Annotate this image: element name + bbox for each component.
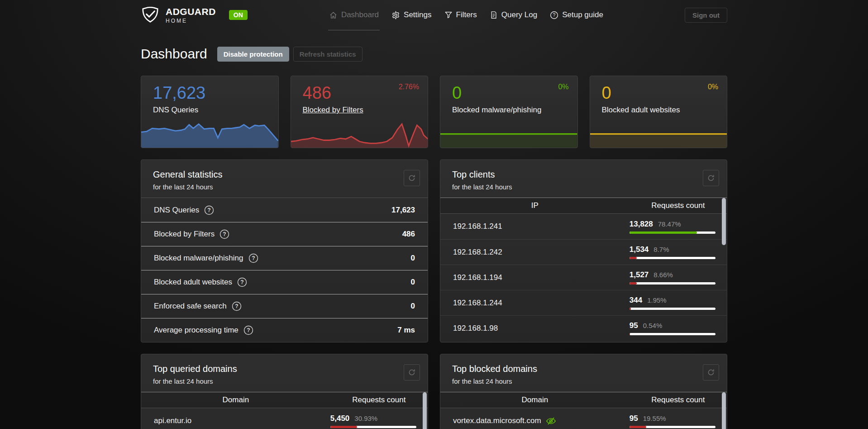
table-row: 192.168.1.1941,5278.66% [440, 265, 727, 290]
help-icon[interactable]: ? [219, 229, 229, 239]
requests-count: 5,450 [330, 414, 350, 423]
protection-status-badge: ON [229, 10, 248, 20]
table-row: 192.168.1.24113,82878.47% [440, 214, 727, 239]
requests-count: 95 [630, 321, 638, 330]
panel-subtitle: for the last 24 hours [452, 377, 715, 385]
nav-item-label: Setup guide [562, 10, 603, 19]
stat-card-blocked-malware-phishing: 0%0Blocked malware/phishing [440, 76, 578, 148]
requests-progress-bar [330, 426, 416, 428]
general-statistics-panel: General statistics for the last 24 hours… [141, 159, 428, 342]
requests-progress-bar [630, 231, 715, 234]
nav-item-setup-guide[interactable]: ?Setup guide [550, 10, 603, 19]
requests-count: 1,527 [630, 270, 649, 280]
scrollbar-thumb[interactable] [722, 198, 726, 245]
svg-text:?: ? [207, 207, 210, 213]
row-main-value: api.entur.io [154, 416, 191, 425]
scrollbar-thumb[interactable] [722, 392, 726, 429]
stat-row-blocked-malware-phishing: Blocked malware/phishing?0 [141, 246, 428, 270]
nav-item-query-log[interactable]: Query Log [490, 10, 537, 19]
help-icon[interactable]: ? [237, 277, 247, 287]
refresh-icon [408, 368, 416, 376]
panel-subtitle: for the last 24 hours [153, 377, 416, 385]
brand-name: ADGUARD [166, 7, 216, 16]
nav-item-label: Query Log [501, 10, 537, 19]
scrollbar-thumb[interactable] [423, 392, 427, 429]
stat-row-label: Blocked by Filters [154, 230, 215, 239]
svg-text:?: ? [252, 255, 255, 261]
row-main-value: 192.168.1.98 [453, 324, 498, 333]
stat-row-value: 0 [411, 254, 415, 263]
svg-text:?: ? [235, 303, 238, 309]
stat-card-label: DNS Queries [153, 106, 278, 115]
sign-out-button[interactable]: Sign out [685, 8, 727, 23]
table-row: 192.168.1.2443441.95% [440, 290, 727, 315]
disable-protection-button[interactable]: Disable protection [217, 47, 289, 62]
stat-row-label: Average processing time [154, 326, 238, 335]
requests-progress-bar [630, 308, 715, 310]
panel-subtitle: for the last 24 hours [452, 183, 715, 191]
requests-percent: 78.47% [658, 220, 681, 228]
requests-percent: 1.95% [647, 296, 667, 304]
page-title: Dashboard [141, 46, 207, 62]
stat-row-value: 486 [402, 230, 415, 239]
row-main-value: 192.168.1.244 [453, 299, 502, 308]
stat-row-value: 17,623 [391, 206, 415, 215]
svg-text:?: ? [223, 231, 226, 237]
requests-percent: 8.66% [653, 271, 673, 279]
adguard-brand: ADGUARD HOME ON [141, 5, 248, 25]
svg-text:?: ? [553, 13, 556, 18]
nav-item-settings[interactable]: Settings [391, 10, 431, 19]
refresh-statistics-button[interactable]: Refresh statistics [293, 47, 362, 62]
page-head: Dashboard Disable protection Refresh sta… [141, 46, 727, 62]
top-queried-domains-panel: Top queried domains for the last 24 hour… [141, 354, 428, 429]
nav-item-dashboard[interactable]: Dashboard [329, 10, 379, 19]
refresh-icon [707, 174, 715, 182]
help-icon[interactable]: ? [204, 205, 214, 215]
refresh-icon-button[interactable] [703, 170, 719, 186]
column-header-domain: Domain [440, 395, 630, 405]
funnel-icon [444, 11, 453, 19]
adguard-shield-logo-icon [141, 5, 160, 25]
refresh-icon-button[interactable] [703, 364, 719, 381]
stat-card-percent: 0% [708, 83, 718, 91]
stat-card-label[interactable]: Blocked by Filters [303, 106, 428, 115]
nav-item-label: Dashboard [341, 10, 379, 19]
stat-row-label: DNS Queries [154, 206, 199, 215]
requests-count: 344 [630, 296, 642, 305]
eye-off-icon[interactable] [546, 416, 556, 426]
brand-subtitle: HOME [166, 18, 216, 24]
stat-row-label: Enforced safe search [154, 302, 227, 311]
app-header: ADGUARD HOME ON DashboardSettingsFilters… [0, 0, 868, 30]
help-icon[interactable]: ? [232, 301, 242, 311]
nav-item-filters[interactable]: Filters [444, 10, 477, 19]
sparkline-chart [590, 123, 727, 148]
column-header-requests-count: Requests count [630, 395, 727, 405]
stat-card-blocked-adult-websites: 0%0Blocked adult websites [590, 76, 728, 148]
requests-percent: 0.54% [643, 322, 663, 329]
sparkline-chart [440, 123, 577, 148]
table-header: Domain Requests count [440, 392, 727, 408]
requests-count: 95 [630, 414, 638, 423]
table-header: Domain Requests count [141, 392, 428, 408]
main-nav: DashboardSettingsFiltersQuery Log?Setup … [329, 10, 603, 19]
row-main-value: 192.168.1.241 [453, 222, 502, 231]
dashboard-page: Dashboard Disable protection Refresh sta… [141, 46, 727, 429]
requests-progress-bar [630, 426, 715, 428]
stat-card-percent: 2.76% [399, 83, 419, 91]
stat-row-blocked-adult-websites: Blocked adult websites?0 [141, 270, 428, 294]
svg-text:?: ? [247, 327, 250, 333]
panel-title: Top clients [452, 169, 715, 180]
home-icon [329, 11, 338, 19]
stat-card-dns-queries: 17,623DNS Queries [141, 76, 279, 148]
requests-count: 1,534 [630, 245, 649, 254]
svg-text:?: ? [240, 279, 243, 285]
stat-row-label: Blocked adult websites [154, 278, 232, 287]
refresh-icon-button[interactable] [404, 170, 420, 186]
refresh-icon-button[interactable] [404, 364, 420, 381]
help-icon[interactable]: ? [243, 325, 253, 335]
stat-row-value: 7 ms [397, 326, 415, 335]
table-header: IP Requests count [440, 198, 727, 214]
help-icon[interactable]: ? [248, 253, 258, 263]
top-blocked-domains-panel: Top blocked domains for the last 24 hour… [440, 354, 727, 429]
gear-icon [391, 11, 400, 19]
